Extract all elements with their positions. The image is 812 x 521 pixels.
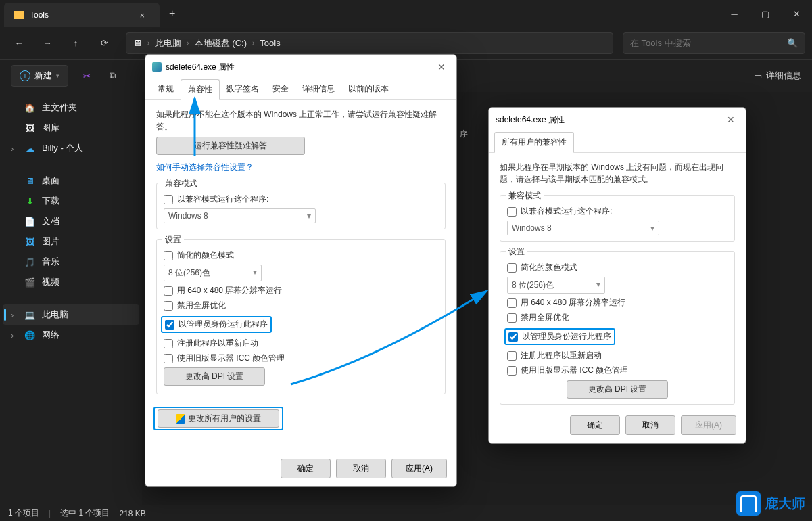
download-icon: ⬇ xyxy=(24,196,35,206)
sidebar-item-home[interactable]: 🏠主文件夹 xyxy=(3,97,139,118)
close-tab-button[interactable]: × xyxy=(134,7,150,23)
cancel-button[interactable]: 取消 xyxy=(336,459,386,478)
dpi-settings-button[interactable]: 更改高 DPI 设置 xyxy=(164,367,265,386)
cut-icon[interactable]: ✂ xyxy=(79,67,95,85)
new-tab-button[interactable]: + xyxy=(160,7,185,20)
search-input[interactable] xyxy=(630,38,787,48)
res-640-checkbox[interactable]: 用 640 x 480 屏幕分辨率运行 xyxy=(164,285,438,296)
copy-icon[interactable]: ⧉ xyxy=(105,66,120,85)
compat-description: 如果此程序不能在这个版本的 Windows 上正常工作，请尝试运行兼容性疑难解答… xyxy=(156,108,446,133)
tab-details[interactable]: 详细信息 xyxy=(295,79,341,99)
dialog-title: sdelete64.exe 属性 xyxy=(496,114,565,126)
refresh-button[interactable]: ⟳ xyxy=(92,31,116,55)
properties-dialog-1: sdelete64.exe 属性 ✕ 常规 兼容性 数字签名 安全 详细信息 以… xyxy=(145,54,457,487)
register-restart-checkbox[interactable]: 注册此程序以重新启动 xyxy=(164,338,438,349)
search-icon: 🔍 xyxy=(787,38,798,48)
window-tab[interactable]: Tools × xyxy=(4,3,160,27)
sidebar-item-network[interactable]: 🌐网络 xyxy=(3,325,139,345)
sidebar-item-personal[interactable]: ☁Billy - 个人 xyxy=(3,138,139,158)
group-title: 设置 xyxy=(162,234,184,246)
chevron-right-icon: › xyxy=(187,39,189,47)
status-size: 218 KB xyxy=(119,509,145,518)
properties-dialog-2: sdelete64.exe 属性 ✕ 所有用户的兼容性 如果此程序在早期版本的 … xyxy=(488,107,746,444)
tab-title: Tools xyxy=(30,10,128,20)
minimize-button[interactable]: ─ xyxy=(719,0,750,27)
close-window-button[interactable]: ✕ xyxy=(781,0,812,27)
forward-button[interactable]: → xyxy=(35,31,59,55)
run-as-admin-checkbox[interactable]: 以管理员身份运行此程序 xyxy=(165,319,268,330)
troubleshoot-button[interactable]: 运行兼容性疑难解答 xyxy=(156,137,305,155)
compat-mode-checkbox[interactable]: 以兼容模式运行这个程序: xyxy=(164,194,438,205)
res-640-checkbox[interactable]: 用 640 x 480 屏幕分辨率运行 xyxy=(507,297,727,309)
info-icon: ▭ xyxy=(754,71,762,81)
sidebar-item-desktop[interactable]: 🖥桌面 xyxy=(3,171,139,191)
ok-button[interactable]: 确定 xyxy=(570,415,620,435)
legacy-icc-checkbox[interactable]: 使用旧版显示器 ICC 颜色管理 xyxy=(507,365,727,376)
sidebar-item-music[interactable]: 🎵音乐 xyxy=(3,252,139,272)
group-title: 兼容模式 xyxy=(506,190,544,202)
legacy-icc-checkbox[interactable]: 使用旧版显示器 ICC 颜色管理 xyxy=(164,353,438,364)
color-depth-select[interactable]: 8 位(256)色▾ xyxy=(164,265,262,281)
sidebar-item-gallery[interactable]: 🖼图库 xyxy=(3,118,139,138)
dialog-body: 如果此程序在早期版本的 Windows 上没有问题，而现在出现问题，请选择与该早… xyxy=(489,153,746,413)
breadcrumb-item[interactable]: Tools xyxy=(260,38,280,48)
window-controls: ─ ▢ ✕ xyxy=(719,0,812,27)
chevron-down-icon: ▾ xyxy=(56,72,59,79)
manual-link[interactable]: 如何手动选择兼容性设置？ xyxy=(156,162,254,173)
search-box[interactable]: 🔍 xyxy=(623,32,805,54)
register-restart-checkbox[interactable]: 注册此程序以重新启动 xyxy=(507,350,727,361)
tab-previous[interactable]: 以前的版本 xyxy=(341,79,396,99)
reduced-color-checkbox[interactable]: 简化的颜色模式 xyxy=(507,262,727,273)
watermark: 鹿大师 xyxy=(736,491,805,516)
tab-security[interactable]: 安全 xyxy=(266,79,295,99)
tab-all-users-compat[interactable]: 所有用户的兼容性 xyxy=(494,132,574,153)
gallery-icon: 🖼 xyxy=(24,122,35,133)
cancel-button[interactable]: 取消 xyxy=(625,415,675,435)
apply-button[interactable]: 应用(A) xyxy=(681,415,736,435)
reduced-color-checkbox[interactable]: 简化的颜色模式 xyxy=(164,250,438,261)
color-depth-select[interactable]: 8 位(256)色▾ xyxy=(507,277,605,294)
sidebar-item-pictures[interactable]: 🖼图片 xyxy=(3,231,139,252)
settings-group: 设置 简化的颜色模式 8 位(256)色▾ 用 640 x 480 屏幕分辨率运… xyxy=(156,239,446,394)
compat-os-select[interactable]: Windows 8▾ xyxy=(164,208,316,223)
dpi-settings-button[interactable]: 更改高 DPI 设置 xyxy=(567,380,668,399)
details-button[interactable]: ▭ 详细信息 xyxy=(754,70,801,82)
dialog-buttons: 确定 取消 应用(A) xyxy=(570,415,736,435)
cloud-icon: ☁ xyxy=(24,143,35,154)
breadcrumb[interactable]: 🖥 › 此电脑 › 本地磁盘 (C:) › Tools xyxy=(126,32,613,54)
column-fragment: 序 xyxy=(460,129,468,140)
back-button[interactable]: ← xyxy=(7,31,31,55)
sidebar-item-videos[interactable]: 🎬视频 xyxy=(3,272,139,292)
titlebar: Tools × + ─ ▢ ✕ xyxy=(0,0,812,27)
all-users-settings-button[interactable]: 更改所有用户的设置 xyxy=(158,409,279,428)
up-button[interactable]: ↑ xyxy=(64,31,88,55)
close-dialog-button[interactable]: ✕ xyxy=(723,113,739,127)
ok-button[interactable]: 确定 xyxy=(281,459,331,478)
apply-button[interactable]: 应用(A) xyxy=(391,459,447,478)
new-button[interactable]: + 新建 ▾ xyxy=(11,65,68,87)
breadcrumb-item[interactable]: 本地磁盘 (C:) xyxy=(195,37,247,49)
compat-mode-group: 兼容模式 以兼容模式运行这个程序: Windows 8▾ xyxy=(156,183,446,229)
dialog-title-bar[interactable]: sdelete64.exe 属性 ✕ xyxy=(145,55,456,79)
tab-compatibility[interactable]: 兼容性 xyxy=(181,79,220,100)
compat-mode-checkbox[interactable]: 以兼容模式运行这个程序: xyxy=(507,206,727,217)
disable-fullscreen-checkbox[interactable]: 禁用全屏优化 xyxy=(164,300,438,311)
dialog-title-bar[interactable]: sdelete64.exe 属性 ✕ xyxy=(489,108,746,132)
dialog-tabs: 常规 兼容性 数字签名 安全 详细信息 以前的版本 xyxy=(145,79,456,100)
breadcrumb-item[interactable]: 此电脑 xyxy=(155,37,181,49)
network-icon: 🌐 xyxy=(24,330,35,340)
tab-digital-sig[interactable]: 数字签名 xyxy=(220,79,266,99)
disable-fullscreen-checkbox[interactable]: 禁用全屏优化 xyxy=(507,312,727,323)
compat-os-select[interactable]: Windows 8▾ xyxy=(507,221,659,235)
video-icon: 🎬 xyxy=(24,277,35,288)
sidebar-item-this-pc[interactable]: 💻此电脑 xyxy=(3,304,139,325)
dialog-tabs: 所有用户的兼容性 xyxy=(489,132,746,153)
run-as-admin-checkbox[interactable]: 以管理员身份运行此程序 xyxy=(508,331,611,342)
maximize-button[interactable]: ▢ xyxy=(750,0,781,27)
sidebar-item-downloads[interactable]: ⬇下载 xyxy=(3,191,139,211)
sidebar-item-documents[interactable]: 📄文档 xyxy=(3,211,139,231)
tab-general[interactable]: 常规 xyxy=(151,79,181,99)
close-dialog-button[interactable]: ✕ xyxy=(433,60,450,74)
dialog-body: 如果此程序不能在这个版本的 Windows 上正常工作，请尝试运行兼容性疑难解答… xyxy=(145,100,456,440)
desktop-icon: 🖥 xyxy=(24,175,35,186)
